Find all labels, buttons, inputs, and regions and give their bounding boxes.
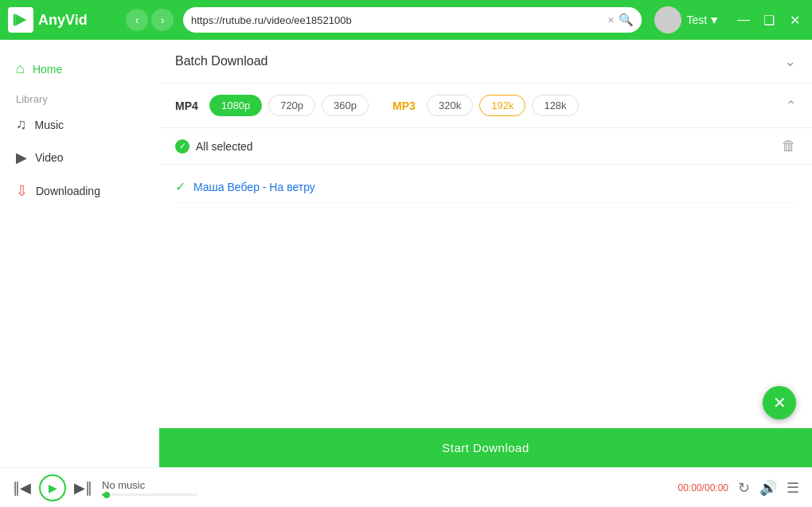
minimize-button[interactable]: —	[734, 10, 753, 29]
mp3-group: MP3 320k 192k 128k	[392, 95, 579, 116]
home-icon: ⌂	[16, 60, 25, 77]
track-name[interactable]: Маша Вебер - На ветру	[193, 181, 315, 193]
mp3-label: MP3	[392, 99, 420, 112]
forward-button[interactable]: ›	[151, 9, 174, 31]
back-button[interactable]: ‹	[126, 9, 148, 31]
batch-collapse-button[interactable]: ⌄	[784, 53, 796, 70]
track-info: No music	[102, 479, 197, 496]
quality-360p-button[interactable]: 360p	[322, 95, 369, 116]
track-check-icon: ✓	[175, 179, 185, 194]
player-controls: ∥◀ ▶ ▶∥	[13, 474, 92, 501]
format-section: MP4 1080p 720p 360p MP3 320k 192k 128k ⌃	[159, 84, 812, 128]
dropdown-icon: ▼	[709, 14, 720, 26]
track-list: ✓ Маша Вебер - На ветру	[159, 165, 812, 428]
svg-marker-0	[16, 14, 27, 26]
repeat-button[interactable]: ↻	[738, 479, 750, 497]
url-clear-button[interactable]: ×	[607, 14, 614, 26]
video-icon: ▶	[16, 149, 27, 166]
player-right-controls: ↻ 🔊 ☰	[738, 479, 799, 497]
bottom-player: ∥◀ ▶ ▶∥ No music 00:00/00:00 ↻ 🔊 ☰	[0, 467, 812, 507]
close-button[interactable]: ✕	[785, 10, 804, 29]
quality-192k-button[interactable]: 192k	[479, 95, 525, 116]
play-button[interactable]: ▶	[39, 474, 66, 501]
sidebar: ⌂ Home Library ♫ Music ▶ Video ⇩ Downloa…	[0, 40, 159, 467]
quality-1080p-button[interactable]: 1080p	[209, 95, 262, 116]
trash-icon[interactable]: 🗑	[782, 138, 796, 154]
quality-320k-button[interactable]: 320k	[427, 95, 473, 116]
progress-dot	[103, 492, 110, 498]
url-bar[interactable]: https://rutube.ru/video/ee1852100b × 🔍	[183, 7, 642, 33]
sidebar-item-video[interactable]: ▶ Video	[0, 141, 159, 174]
quality-128k-button[interactable]: 128k	[532, 95, 578, 116]
batch-panel: Batch Download ⌄ MP4 1080p 720p 360p MP3…	[159, 40, 812, 467]
sidebar-item-home[interactable]: ⌂ Home	[0, 53, 159, 85]
selection-left: ✓ All selected	[175, 139, 253, 154]
maximize-button[interactable]: ❑	[759, 10, 779, 29]
queue-button[interactable]: ☰	[787, 479, 799, 497]
sidebar-item-music[interactable]: ♫ Music	[0, 108, 159, 141]
format-collapse-icon[interactable]: ⌃	[786, 98, 796, 113]
format-row: MP4 1080p 720p 360p MP3 320k 192k 128k ⌃	[175, 95, 796, 116]
url-text: https://rutube.ru/video/ee1852100b	[191, 14, 603, 26]
window-controls: — ❑ ✕	[734, 10, 804, 29]
avatar	[654, 6, 681, 33]
app-logo	[8, 7, 33, 33]
quality-720p-button[interactable]: 720p	[268, 95, 315, 116]
download-icon: ⇩	[16, 182, 28, 200]
content-area: Batch Download ⌄ MP4 1080p 720p 360p MP3…	[159, 40, 812, 467]
logo-area: AnyVid	[8, 7, 119, 33]
batch-header: Batch Download ⌄	[159, 40, 812, 84]
mp4-label: MP4	[175, 99, 203, 112]
next-button[interactable]: ▶∥	[74, 479, 92, 497]
close-fab-button[interactable]: ✕	[763, 386, 796, 419]
progress-bar[interactable]	[102, 493, 197, 496]
mp4-group: MP4 1080p 720p 360p	[175, 95, 369, 116]
search-icon[interactable]: 🔍	[619, 13, 634, 27]
all-selected-label: All selected	[196, 140, 253, 153]
prev-button[interactable]: ∥◀	[13, 479, 31, 497]
nav-arrows: ‹ ›	[126, 9, 174, 31]
no-music-label: No music	[102, 479, 197, 491]
home-label: Home	[33, 63, 62, 76]
selection-bar: ✓ All selected 🗑	[159, 128, 812, 165]
volume-button[interactable]: 🔊	[759, 479, 777, 497]
downloading-label: Downloading	[36, 185, 100, 197]
music-label: Music	[35, 119, 64, 131]
title-bar: AnyVid ‹ › https://rutube.ru/video/ee185…	[0, 0, 812, 40]
svg-rect-1	[14, 14, 16, 26]
track-item: ✓ Маша Вебер - На ветру	[175, 171, 796, 203]
app-name: AnyVid	[38, 12, 88, 29]
video-label: Video	[35, 151, 64, 164]
batch-title: Batch Download	[175, 54, 268, 68]
main-layout: ⌂ Home Library ♫ Music ▶ Video ⇩ Downloa…	[0, 40, 812, 467]
time-display: 00:00/00:00	[678, 482, 728, 493]
sidebar-item-downloading[interactable]: ⇩ Downloading	[0, 174, 159, 208]
library-label: Library	[0, 85, 159, 108]
username: Test ▼	[686, 14, 720, 26]
all-selected-check: ✓	[175, 139, 189, 154]
user-area: Test ▼	[654, 6, 720, 33]
music-icon: ♫	[16, 116, 27, 133]
start-download-button[interactable]: Start Download	[159, 428, 812, 467]
